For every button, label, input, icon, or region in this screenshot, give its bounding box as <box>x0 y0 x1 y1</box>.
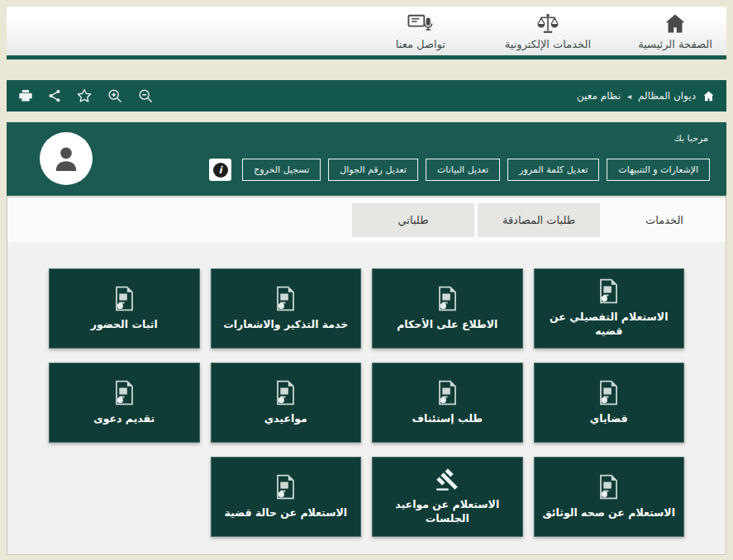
service-card-label: الاستعلام التفصيلي عن قضيه <box>541 311 678 339</box>
service-card-label: الاطلاع على الأحكام <box>397 318 497 332</box>
action-button-4[interactable]: تسجيل الخروج <box>242 159 321 181</box>
service-card-1[interactable]: الاطلاع على الأحكام <box>372 268 523 349</box>
action-button-2[interactable]: تعديل البيانات <box>426 159 500 181</box>
services-grid: الاستعلام التفصيلي عن قضيهالاطلاع على ال… <box>49 268 684 537</box>
document-icon <box>597 474 620 500</box>
person-icon <box>50 143 82 174</box>
nav-item-2[interactable]: تواصل معنا <box>383 12 459 50</box>
service-card-label: الاستعلام عن مواعيد الجلسات <box>379 498 516 526</box>
home-small-icon <box>702 90 715 102</box>
service-card-9[interactable]: الاستعلام عن مواعيد الجلسات <box>372 457 523 537</box>
nav-item-1[interactable]: الخدمات الإلكترونية <box>505 12 591 50</box>
service-card-label: الاستعلام عن صحه الوثائق <box>543 506 675 520</box>
main-panel: الخدماتطلبات المصادقةطلباتي الاستعلام ال… <box>7 197 726 555</box>
gavel-icon <box>435 467 460 491</box>
document-icon <box>113 286 136 311</box>
zoom-out-icon[interactable] <box>137 88 154 104</box>
service-card-label: الاستعلام عن حالة قضية <box>224 506 347 520</box>
info-icon[interactable]: i <box>209 159 231 181</box>
service-card-2[interactable]: خدمة التذكير والاشعارات <box>211 268 362 349</box>
service-card-4[interactable]: قضاياي <box>534 363 685 443</box>
service-card-label: تقديم دعوى <box>93 412 155 426</box>
service-card-label: خدمة التذكير والاشعارات <box>223 318 348 332</box>
service-card-label: مواعيدي <box>264 412 307 426</box>
document-icon <box>436 286 459 311</box>
nav-item-0[interactable]: الصفحة الرئيسية <box>637 12 713 50</box>
action-button-0[interactable]: الإشعارات و التنبيهات <box>607 159 710 181</box>
info-glyph: i <box>213 163 228 178</box>
breadcrumb: ديوان المظالم ◂ نظام معين <box>577 90 715 102</box>
action-button-1[interactable]: تعديل كلمة المرور <box>507 159 599 181</box>
document-icon <box>597 278 620 304</box>
service-card-10[interactable]: الاستعلام عن حالة قضية <box>211 457 362 537</box>
nav-item-label: الصفحة الرئيسية <box>638 38 712 50</box>
document-icon <box>274 286 297 311</box>
contact-icon <box>407 12 434 36</box>
document-icon <box>436 380 459 406</box>
avatar[interactable] <box>40 132 93 185</box>
greeting-text: مرحبا بك <box>674 133 708 144</box>
scales-icon <box>535 12 560 36</box>
service-card-8[interactable]: الاستعلام عن صحه الوثائق <box>534 457 685 537</box>
top-nav: الصفحة الرئيسيةالخدمات الإلكترونيةتواصل … <box>7 7 726 59</box>
service-card-7[interactable]: تقديم دعوى <box>49 363 200 443</box>
home-icon <box>663 12 688 36</box>
tab-2[interactable]: طلباتي <box>352 203 474 237</box>
document-icon <box>597 380 620 406</box>
tab-1[interactable]: طلبات المصادقة <box>478 203 600 237</box>
share-icon[interactable] <box>47 88 62 103</box>
print-icon[interactable] <box>18 88 33 103</box>
favorite-star-icon[interactable] <box>76 88 93 104</box>
account-actions: الإشعارات و التنبيهاتتعديل كلمة المرورتع… <box>209 159 710 181</box>
moeen-portal-page: { "colors": { "page_bg": "#eae7d6", "tea… <box>0 0 733 560</box>
breadcrumb-root[interactable]: ديوان المظالم <box>638 90 696 102</box>
breadcrumb-bar: ديوان المظالم ◂ نظام معين <box>7 80 726 112</box>
breadcrumb-separator-icon: ◂ <box>627 92 631 101</box>
action-button-3[interactable]: تعديل رقم الجوال <box>328 159 418 181</box>
zoom-in-icon[interactable] <box>107 88 123 104</box>
tab-strip: الخدماتطلبات المصادقةطلباتي <box>7 197 726 244</box>
tab-0[interactable]: الخدمات <box>603 203 726 237</box>
service-card-5[interactable]: طلب إستئناف <box>372 363 523 443</box>
document-icon <box>113 380 136 406</box>
service-card-label: اثبات الحضور <box>91 318 158 332</box>
nav-item-label: تواصل معنا <box>396 38 445 50</box>
page-tools <box>18 88 154 104</box>
nav-item-label: الخدمات الإلكترونية <box>505 38 591 50</box>
service-card-0[interactable]: الاستعلام التفصيلي عن قضيه <box>534 268 685 349</box>
welcome-banner: مرحبا بك الإشعارات و التنبيهاتتعديل كلمة… <box>7 122 726 196</box>
service-card-label: قضاياي <box>590 412 628 426</box>
service-card-label: طلب إستئناف <box>412 412 483 426</box>
document-icon <box>274 474 297 500</box>
document-icon <box>274 380 297 406</box>
service-card-3[interactable]: اثبات الحضور <box>49 268 200 349</box>
breadcrumb-current: نظام معين <box>577 90 621 102</box>
service-card-6[interactable]: مواعيدي <box>211 363 362 443</box>
